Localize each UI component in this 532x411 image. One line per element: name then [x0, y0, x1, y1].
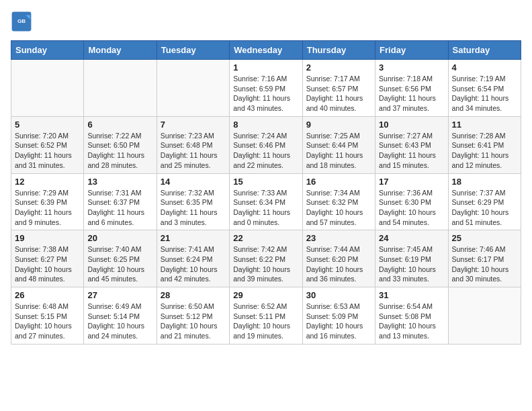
day-number: 19 — [15, 233, 80, 243]
day-info: Sunrise: 7:44 AM Sunset: 6:20 PM Dayligh… — [306, 244, 371, 284]
calendar-cell: 14Sunrise: 7:32 AM Sunset: 6:35 PM Dayli… — [157, 173, 229, 230]
calendar-week-row: 26Sunrise: 6:48 AM Sunset: 5:15 PM Dayli… — [11, 287, 521, 345]
calendar-cell: 5Sunrise: 7:20 AM Sunset: 6:52 PM Daylig… — [11, 116, 84, 173]
calendar-cell: 6Sunrise: 7:22 AM Sunset: 6:50 PM Daylig… — [84, 116, 157, 173]
day-number: 26 — [15, 290, 80, 300]
day-number: 12 — [15, 177, 80, 187]
calendar-week-row: 12Sunrise: 7:29 AM Sunset: 6:39 PM Dayli… — [11, 173, 521, 230]
day-info: Sunrise: 7:27 AM Sunset: 6:43 PM Dayligh… — [379, 131, 444, 171]
day-number: 13 — [87, 177, 152, 187]
calendar-cell: 26Sunrise: 6:48 AM Sunset: 5:15 PM Dayli… — [11, 287, 84, 345]
calendar-cell: 7Sunrise: 7:23 AM Sunset: 6:48 PM Daylig… — [157, 116, 229, 173]
day-info: Sunrise: 6:52 AM Sunset: 5:11 PM Dayligh… — [233, 302, 298, 341]
day-info: Sunrise: 6:48 AM Sunset: 5:15 PM Dayligh… — [15, 302, 80, 341]
day-number: 17 — [379, 177, 444, 187]
day-info: Sunrise: 7:29 AM Sunset: 6:39 PM Dayligh… — [15, 188, 80, 228]
day-info: Sunrise: 7:17 AM Sunset: 6:57 PM Dayligh… — [306, 74, 371, 113]
page-header: GB — [11, 11, 521, 32]
calendar-cell: 19Sunrise: 7:38 AM Sunset: 6:27 PM Dayli… — [11, 230, 84, 287]
calendar-cell: 9Sunrise: 7:25 AM Sunset: 6:44 PM Daylig… — [302, 116, 375, 173]
day-number: 16 — [306, 177, 371, 187]
day-info: Sunrise: 7:28 AM Sunset: 6:41 PM Dayligh… — [452, 131, 517, 171]
day-header-thursday: Thursday — [302, 41, 375, 60]
day-number: 31 — [379, 290, 444, 300]
day-info: Sunrise: 7:36 AM Sunset: 6:30 PM Dayligh… — [379, 188, 444, 228]
day-number: 24 — [379, 233, 444, 243]
day-header-sunday: Sunday — [11, 41, 84, 60]
calendar-cell: 16Sunrise: 7:34 AM Sunset: 6:32 PM Dayli… — [302, 173, 375, 230]
day-number: 23 — [306, 233, 371, 243]
calendar-cell: 18Sunrise: 7:37 AM Sunset: 6:29 PM Dayli… — [448, 173, 521, 230]
day-info: Sunrise: 7:19 AM Sunset: 6:54 PM Dayligh… — [452, 74, 517, 113]
day-number: 10 — [379, 120, 444, 130]
day-number: 1 — [233, 62, 298, 73]
day-info: Sunrise: 7:46 AM Sunset: 6:17 PM Dayligh… — [452, 244, 517, 284]
calendar-cell: 3Sunrise: 7:18 AM Sunset: 6:56 PM Daylig… — [375, 60, 448, 117]
day-number: 15 — [233, 177, 298, 187]
calendar-cell: 28Sunrise: 6:50 AM Sunset: 5:12 PM Dayli… — [157, 287, 229, 345]
calendar-cell: 17Sunrise: 7:36 AM Sunset: 6:30 PM Dayli… — [375, 173, 448, 230]
day-info: Sunrise: 7:42 AM Sunset: 6:22 PM Dayligh… — [233, 244, 298, 284]
day-header-tuesday: Tuesday — [157, 41, 229, 60]
day-number: 2 — [306, 62, 371, 73]
day-info: Sunrise: 7:20 AM Sunset: 6:52 PM Dayligh… — [15, 131, 80, 171]
calendar-cell — [448, 287, 521, 345]
day-info: Sunrise: 7:16 AM Sunset: 6:59 PM Dayligh… — [233, 74, 298, 113]
day-info: Sunrise: 7:32 AM Sunset: 6:35 PM Dayligh… — [161, 188, 226, 228]
day-info: Sunrise: 7:45 AM Sunset: 6:19 PM Dayligh… — [379, 244, 444, 284]
day-info: Sunrise: 6:54 AM Sunset: 5:08 PM Dayligh… — [379, 302, 444, 341]
calendar-cell: 31Sunrise: 6:54 AM Sunset: 5:08 PM Dayli… — [375, 287, 448, 345]
calendar-cell: 27Sunrise: 6:49 AM Sunset: 5:14 PM Dayli… — [84, 287, 157, 345]
day-header-saturday: Saturday — [448, 41, 521, 60]
day-info: Sunrise: 7:31 AM Sunset: 6:37 PM Dayligh… — [87, 188, 152, 228]
day-info: Sunrise: 7:24 AM Sunset: 6:46 PM Dayligh… — [233, 131, 298, 171]
day-number: 27 — [87, 290, 152, 300]
day-info: Sunrise: 7:40 AM Sunset: 6:25 PM Dayligh… — [87, 244, 152, 284]
calendar-cell: 2Sunrise: 7:17 AM Sunset: 6:57 PM Daylig… — [302, 60, 375, 117]
day-number: 7 — [161, 120, 226, 130]
day-header-monday: Monday — [84, 41, 157, 60]
logo-icon: GB — [11, 11, 32, 32]
calendar-header-row: SundayMondayTuesdayWednesdayThursdayFrid… — [11, 41, 521, 60]
day-header-wednesday: Wednesday — [230, 41, 302, 60]
calendar-cell: 13Sunrise: 7:31 AM Sunset: 6:37 PM Dayli… — [84, 173, 157, 230]
calendar-cell: 21Sunrise: 7:41 AM Sunset: 6:24 PM Dayli… — [157, 230, 229, 287]
calendar-cell — [84, 60, 157, 117]
day-number: 9 — [306, 120, 371, 130]
day-number: 21 — [161, 233, 226, 243]
day-number: 30 — [306, 290, 371, 300]
svg-text:GB: GB — [17, 18, 26, 24]
calendar-week-row: 1Sunrise: 7:16 AM Sunset: 6:59 PM Daylig… — [11, 60, 521, 117]
day-number: 28 — [161, 290, 226, 300]
day-info: Sunrise: 7:33 AM Sunset: 6:34 PM Dayligh… — [233, 188, 298, 228]
day-number: 25 — [452, 233, 517, 243]
day-info: Sunrise: 6:49 AM Sunset: 5:14 PM Dayligh… — [87, 302, 152, 341]
calendar-week-row: 5Sunrise: 7:20 AM Sunset: 6:52 PM Daylig… — [11, 116, 521, 173]
logo: GB — [11, 11, 35, 32]
calendar-cell — [11, 60, 84, 117]
calendar-cell: 20Sunrise: 7:40 AM Sunset: 6:25 PM Dayli… — [84, 230, 157, 287]
calendar-cell: 15Sunrise: 7:33 AM Sunset: 6:34 PM Dayli… — [230, 173, 302, 230]
calendar-cell: 1Sunrise: 7:16 AM Sunset: 6:59 PM Daylig… — [230, 60, 302, 117]
calendar-cell: 30Sunrise: 6:53 AM Sunset: 5:09 PM Dayli… — [302, 287, 375, 345]
day-number: 5 — [15, 120, 80, 130]
calendar-week-row: 19Sunrise: 7:38 AM Sunset: 6:27 PM Dayli… — [11, 230, 521, 287]
day-info: Sunrise: 7:41 AM Sunset: 6:24 PM Dayligh… — [161, 244, 226, 284]
day-info: Sunrise: 7:25 AM Sunset: 6:44 PM Dayligh… — [306, 131, 371, 171]
calendar-cell: 24Sunrise: 7:45 AM Sunset: 6:19 PM Dayli… — [375, 230, 448, 287]
day-number: 29 — [233, 290, 298, 300]
day-info: Sunrise: 7:18 AM Sunset: 6:56 PM Dayligh… — [379, 74, 444, 113]
calendar-cell — [157, 60, 229, 117]
day-number: 18 — [452, 177, 517, 187]
day-info: Sunrise: 6:50 AM Sunset: 5:12 PM Dayligh… — [161, 302, 226, 341]
day-number: 22 — [233, 233, 298, 243]
day-info: Sunrise: 7:23 AM Sunset: 6:48 PM Dayligh… — [161, 131, 226, 171]
calendar-cell: 29Sunrise: 6:52 AM Sunset: 5:11 PM Dayli… — [230, 287, 302, 345]
day-number: 11 — [452, 120, 517, 130]
day-number: 20 — [87, 233, 152, 243]
day-number: 14 — [161, 177, 226, 187]
calendar-cell: 4Sunrise: 7:19 AM Sunset: 6:54 PM Daylig… — [448, 60, 521, 117]
calendar-cell: 23Sunrise: 7:44 AM Sunset: 6:20 PM Dayli… — [302, 230, 375, 287]
day-info: Sunrise: 7:22 AM Sunset: 6:50 PM Dayligh… — [87, 131, 152, 171]
calendar-table: SundayMondayTuesdayWednesdayThursdayFrid… — [11, 40, 521, 345]
